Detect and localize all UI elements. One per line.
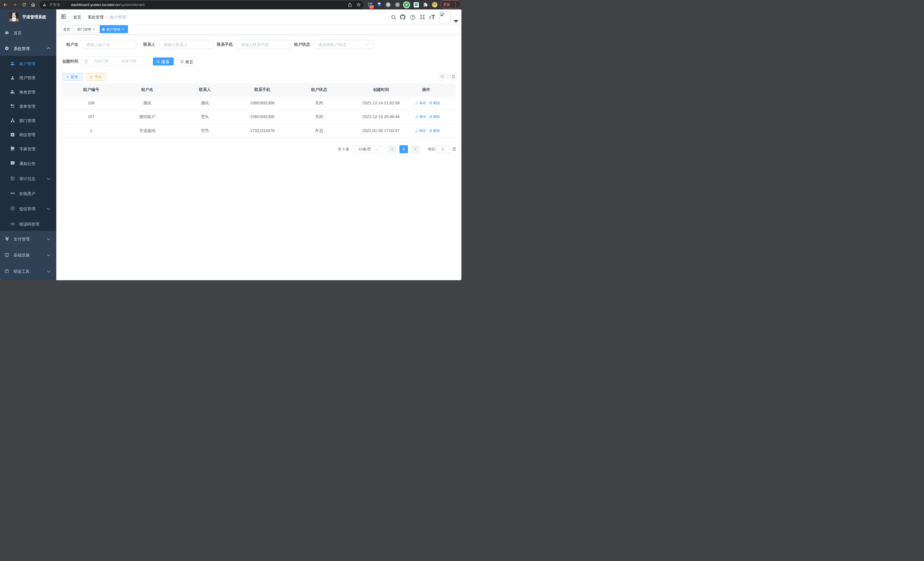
svg-text:10: 10 [370,5,374,9]
svg-text:⌘: ⌘ [386,3,390,7]
